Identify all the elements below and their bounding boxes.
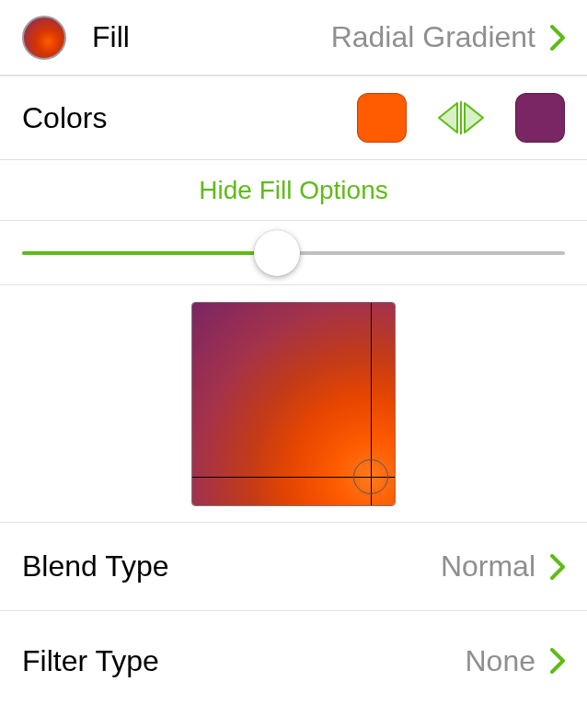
fill-label: Fill [92,20,130,54]
filter-type-value: None [466,644,536,678]
blend-type-row[interactable]: Blend Type Normal [0,523,587,611]
fill-preview-swatch [22,16,66,60]
chevron-right-icon [550,25,565,51]
gradient-slider-row [0,221,587,285]
slider-track-fill [22,251,277,255]
svg-marker-0 [439,103,457,133]
filter-type-row[interactable]: Filter Type None [0,611,587,711]
swap-colors-button[interactable] [432,97,489,139]
blend-type-value: Normal [441,549,535,584]
hide-fill-options-button[interactable]: Hide Fill Options [0,160,587,221]
colors-label: Colors [22,101,107,135]
hide-fill-options-label: Hide Fill Options [199,176,387,205]
chevron-right-icon [550,554,565,580]
colors-row: Colors [0,75,587,160]
slider-thumb[interactable] [254,230,300,276]
gradient-end-color[interactable] [515,93,565,143]
gradient-preview-row [0,285,587,523]
svg-marker-1 [465,103,483,133]
fill-type-value: Radial Gradient [331,20,535,54]
blend-type-label: Blend Type [22,549,169,584]
gradient-center-handle[interactable] [353,459,388,494]
fill-row[interactable]: Fill Radial Gradient [0,0,587,75]
chevron-right-icon [550,648,565,674]
gradient-start-color[interactable] [357,93,407,143]
gradient-position-slider[interactable] [22,230,565,276]
gradient-preview[interactable] [191,302,396,506]
filter-type-label: Filter Type [22,644,159,678]
